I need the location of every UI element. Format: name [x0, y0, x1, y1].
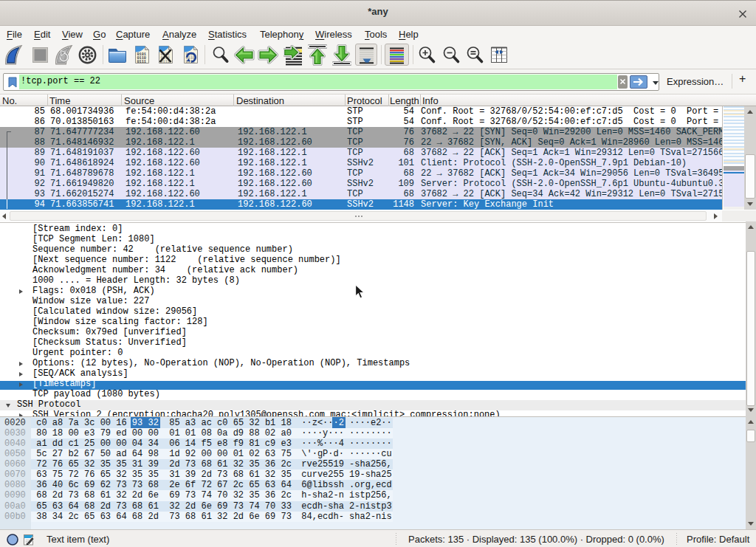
svg-text:0111: 0111 — [137, 60, 146, 64]
